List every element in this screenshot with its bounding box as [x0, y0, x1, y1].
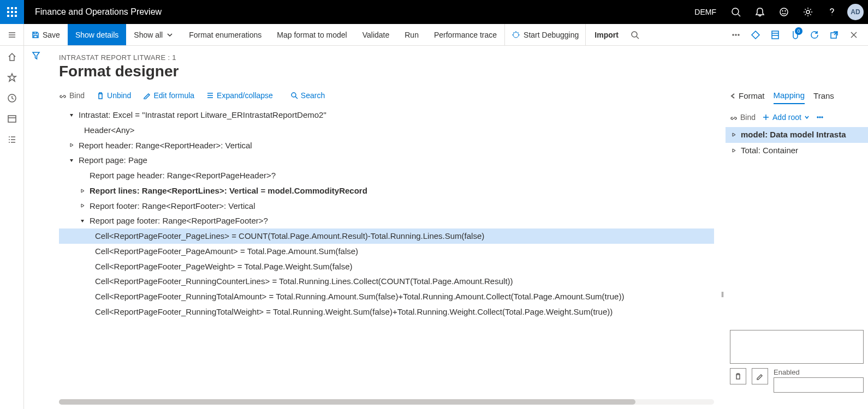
popout-button[interactable]	[825, 24, 843, 45]
diamond-icon	[751, 30, 760, 40]
help-button[interactable]	[821, 0, 843, 24]
svg-point-13	[785, 11, 786, 11]
tree-node[interactable]: Report page footer: Range<ReportPageFoot…	[59, 213, 714, 228]
run-button[interactable]: Run	[397, 24, 426, 45]
excel-button[interactable]	[766, 24, 784, 45]
caret-right-icon	[731, 132, 736, 137]
format-enumerations-button[interactable]: Format enumerations	[181, 24, 269, 45]
topbar-right: DEMF AD	[688, 0, 868, 24]
company-code[interactable]: DEMF	[688, 0, 723, 24]
recent-nav[interactable]	[7, 93, 17, 104]
close-button[interactable]	[845, 24, 863, 45]
panel-more-button[interactable]	[816, 113, 824, 121]
bind-button[interactable]: Bind	[59, 91, 85, 100]
tab-trans[interactable]: Trans	[813, 91, 834, 104]
link-icon	[59, 92, 67, 99]
tree-node[interactable]: Cell<ReportPageFooter_RunningTotalWeight…	[59, 304, 714, 320]
tab-format[interactable]: Format	[730, 91, 765, 104]
user-avatar[interactable]: AD	[847, 4, 864, 20]
excel-icon	[770, 30, 780, 40]
tree-node[interactable]: Header<Any>	[59, 123, 714, 138]
save-button[interactable]: Save	[24, 24, 68, 45]
show-all-button[interactable]: Show all	[126, 24, 181, 45]
refresh-button[interactable]	[806, 24, 823, 45]
delete-button[interactable]	[730, 368, 746, 384]
tree-node[interactable]: Total: Container	[726, 143, 868, 159]
add-root-button[interactable]: Add root	[762, 113, 810, 122]
notifications-button[interactable]	[749, 0, 771, 24]
svg-point-47	[819, 117, 821, 118]
tree-node[interactable]: Report header: Range<ReportHeader>: Vert…	[59, 138, 714, 153]
tree-node[interactable]: Cell<ReportPageFooter_PageWeight> = Tota…	[59, 259, 714, 274]
caret-right-icon	[80, 188, 85, 194]
svg-rect-24	[772, 31, 778, 39]
svg-point-48	[822, 117, 823, 118]
expand-collapse-button[interactable]: Expand/collapse	[206, 91, 273, 100]
tree-node[interactable]: Report lines: Range<ReportLines>: Vertic…	[59, 183, 714, 199]
svg-rect-1	[11, 7, 13, 9]
tree-node[interactable]: Report footer: Range<ReportFooter>: Vert…	[59, 199, 714, 214]
search-command[interactable]	[627, 24, 643, 45]
favorites-nav[interactable]	[7, 72, 17, 83]
top-bar: Finance and Operations Preview DEMF AD	[0, 0, 868, 24]
show-details-button[interactable]: Show details	[68, 24, 126, 45]
tree-node[interactable]: Cell<ReportPageFooter_RunningCounterLine…	[59, 274, 714, 289]
nav-toggle[interactable]	[0, 24, 24, 46]
filter-pane-toggle[interactable]	[24, 46, 48, 409]
office-apps-button[interactable]	[747, 24, 764, 45]
attachments-button[interactable]: 0	[786, 24, 804, 45]
svg-point-14	[806, 10, 810, 14]
tree-node[interactable]: Cell<ReportPageFooter_PageLines> = COUNT…	[59, 228, 714, 244]
start-debugging-button[interactable]: Start Debugging	[504, 24, 586, 45]
mapping-tree[interactable]: model: Data model Intrasta Total: Contai…	[726, 127, 868, 158]
tree-node[interactable]: Report page header: Range<ReportPageHead…	[59, 168, 714, 183]
tree-node[interactable]: Cell<ReportPageFooter_PageAmount> = Tota…	[59, 244, 714, 259]
svg-line-20	[637, 37, 639, 39]
tree-node[interactable]: Report page: Page	[59, 153, 714, 168]
resize-handle[interactable]: ‖	[721, 291, 724, 302]
more-button[interactable]	[727, 24, 745, 45]
enabled-input[interactable]	[774, 377, 864, 393]
svg-point-42	[292, 93, 296, 97]
command-bar: Save Show details Show all Format enumer…	[0, 24, 868, 46]
tree-node[interactable]: Intrastat: Excel = "Intrastat report Lit…	[59, 107, 714, 123]
tab-mapping[interactable]: Mapping	[774, 91, 805, 104]
app-launcher[interactable]	[0, 0, 24, 24]
svg-point-11	[780, 8, 788, 16]
chevron-down-icon	[166, 31, 174, 39]
tree-node[interactable]: Cell<ReportPageFooter_RunningTotalAmount…	[59, 289, 714, 304]
formula-input[interactable]	[730, 330, 864, 364]
left-nav-rail	[0, 46, 24, 409]
tree-search-button[interactable]: Search	[290, 91, 325, 100]
modules-nav[interactable]	[7, 134, 17, 145]
search-icon	[290, 92, 298, 99]
horizontal-scrollbar[interactable]	[59, 399, 714, 405]
edit-formula-button[interactable]: Edit formula	[143, 91, 194, 100]
feedback-button[interactable]	[773, 0, 795, 24]
performance-trace-button[interactable]: Performance trace	[426, 24, 504, 45]
workspace-nav[interactable]	[7, 113, 17, 124]
link-icon	[730, 113, 738, 121]
search-button[interactable]	[725, 0, 747, 24]
hamburger-icon	[8, 31, 16, 39]
panel-bind-button[interactable]: Bind	[730, 113, 756, 122]
import-button[interactable]: Import	[586, 24, 627, 45]
settings-button[interactable]	[797, 0, 819, 24]
trash-icon	[734, 372, 742, 380]
plus-icon	[762, 113, 770, 121]
tree-node[interactable]: model: Data model Intrasta	[726, 127, 868, 143]
home-icon	[7, 52, 17, 62]
pencil-icon	[143, 92, 151, 99]
caret-down-icon	[69, 158, 74, 163]
format-tree[interactable]: Intrastat: Excel = "Intrastat report Lit…	[59, 107, 714, 397]
unbind-button[interactable]: Unbind	[97, 91, 131, 100]
edit-button[interactable]	[752, 368, 768, 384]
waffle-icon	[7, 7, 17, 17]
map-format-button[interactable]: Map format to model	[269, 24, 354, 45]
home-nav[interactable]	[7, 51, 17, 62]
right-panel: Format Mapping Trans Bind Add root	[725, 46, 868, 409]
debug-icon	[512, 31, 520, 39]
validate-button[interactable]: Validate	[355, 24, 397, 45]
workspace-icon	[7, 114, 17, 124]
enabled-label: Enabled	[774, 368, 864, 376]
